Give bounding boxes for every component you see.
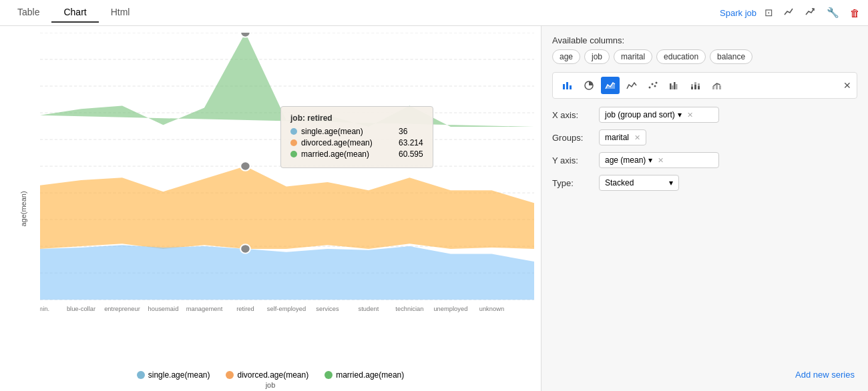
col-chip-age[interactable]: age xyxy=(552,49,580,64)
svg-point-47 xyxy=(654,85,656,87)
col-chip-job[interactable]: job xyxy=(584,49,610,64)
svg-rect-57 xyxy=(698,86,700,89)
svg-rect-51 xyxy=(674,82,676,89)
svg-rect-41 xyxy=(566,82,568,89)
col-chip-balance[interactable]: balance xyxy=(710,49,752,64)
svg-rect-58 xyxy=(698,83,700,86)
x-axis-label: job xyxy=(266,381,276,389)
chart-type-line[interactable] xyxy=(622,77,641,94)
tab-chart[interactable]: Chart xyxy=(51,3,98,23)
legend-divorced: divorced.age(mean) xyxy=(226,370,308,380)
svg-rect-53 xyxy=(691,87,693,89)
chart-type-stacked[interactable] xyxy=(686,77,705,94)
y-axis-value[interactable]: age (mean) ▾ ✕ xyxy=(599,152,719,168)
y-axis-dropdown-icon: ▾ xyxy=(648,155,652,165)
chart-type-grouped[interactable] xyxy=(665,77,684,94)
x-axis-value-text: job (group and sort) xyxy=(605,110,675,119)
main-area: age(mean) 159.81 143.83 127.85 111.87 95… xyxy=(0,26,868,391)
tab-html[interactable]: Html xyxy=(99,3,142,23)
svg-text:entrepreneur: entrepreneur xyxy=(104,306,140,313)
svg-text:blue-collar: blue-collar xyxy=(67,306,95,313)
available-columns-section: Available columns: age job marital educa… xyxy=(552,35,857,64)
chart-svg: 159.81 143.83 127.85 111.87 95.89 79.90 … xyxy=(40,33,534,325)
legend-dot-single xyxy=(137,371,145,379)
chart-type-selector: ✕ xyxy=(552,72,857,99)
chart-type-close-btn[interactable]: ✕ xyxy=(843,80,851,91)
svg-rect-50 xyxy=(672,85,674,89)
svg-marker-23 xyxy=(40,166,534,249)
svg-text:unknown: unknown xyxy=(479,306,504,313)
toolbar-right: Spark job ⊡ 🔧 🗑 xyxy=(720,5,863,21)
col-chip-education[interactable]: education xyxy=(656,49,706,64)
svg-point-48 xyxy=(656,82,658,84)
groups-row: Groups: marital ✕ xyxy=(552,129,857,145)
legend-single: single.age(mean) xyxy=(137,370,210,380)
add-series-row: Add new series xyxy=(552,362,857,382)
svg-rect-55 xyxy=(694,85,696,89)
groups-value[interactable]: marital ✕ xyxy=(599,129,646,145)
groups-label: Groups: xyxy=(552,133,592,143)
type-select-value: Stacked xyxy=(605,178,634,187)
svg-text:services: services xyxy=(316,306,339,313)
tab-table[interactable]: Table xyxy=(5,3,51,23)
svg-point-46 xyxy=(652,83,654,85)
delete-icon[interactable]: 🗑 xyxy=(847,6,863,20)
chart-type-area[interactable] xyxy=(601,77,620,94)
expand-icon[interactable]: ⊡ xyxy=(762,5,776,20)
settings-icon[interactable]: 🔧 xyxy=(824,5,842,20)
available-columns-label: Available columns: xyxy=(552,35,857,45)
groups-clear-btn[interactable]: ✕ xyxy=(634,133,640,142)
x-axis-dropdown-icon: ▾ xyxy=(678,110,682,119)
x-axis-row: X axis: job (group and sort) ▾ ✕ xyxy=(552,107,857,123)
svg-point-26 xyxy=(240,161,250,170)
svg-point-25 xyxy=(240,33,250,37)
type-row: Type: Stacked ▾ xyxy=(552,175,857,191)
chart-legend: single.age(mean) divorced.age(mean) marr… xyxy=(0,370,541,380)
svg-rect-60 xyxy=(716,84,718,89)
x-axis-value[interactable]: job (group and sort) ▾ ✕ xyxy=(599,107,719,123)
svg-text:management: management xyxy=(186,306,223,313)
svg-text:housemaid: housemaid xyxy=(148,306,179,313)
svg-rect-59 xyxy=(712,86,714,89)
legend-married: married.age(mean) xyxy=(324,370,404,380)
spark-job-link[interactable]: Spark job xyxy=(720,8,756,18)
svg-rect-52 xyxy=(676,84,678,89)
chart-area: age(mean) 159.81 143.83 127.85 111.87 95… xyxy=(0,26,541,391)
y-axis-row: Y axis: age (mean) ▾ ✕ xyxy=(552,152,857,168)
svg-text:student: student xyxy=(359,306,379,313)
legend-label-married: married.age(mean) xyxy=(336,370,404,380)
type-select-arrow: ▾ xyxy=(669,178,673,187)
chart-type-scatter[interactable] xyxy=(644,77,662,94)
col-chip-marital[interactable]: marital xyxy=(614,49,652,64)
svg-rect-40 xyxy=(563,84,565,89)
export-icon[interactable] xyxy=(803,5,819,21)
svg-rect-49 xyxy=(670,83,672,89)
svg-text:retired: retired xyxy=(236,306,254,313)
right-panel: Available columns: age job marital educa… xyxy=(541,26,868,391)
svg-text:technician: technician xyxy=(395,306,423,313)
chart-icon[interactable] xyxy=(781,5,797,21)
y-axis-label: age(mean) xyxy=(19,191,27,226)
x-axis-label: X axis: xyxy=(552,110,592,120)
legend-dot-divorced xyxy=(226,371,234,379)
top-bar: Table Chart Html Spark job ⊡ 🔧 🗑 xyxy=(0,0,868,26)
svg-text:self-employed: self-employed xyxy=(267,306,306,313)
svg-rect-61 xyxy=(719,85,721,89)
y-axis-config-label: Y axis: xyxy=(552,155,592,165)
x-axis-clear-btn[interactable]: ✕ xyxy=(687,111,693,119)
chart-type-bar[interactable] xyxy=(558,77,577,94)
y-axis-clear-btn[interactable]: ✕ xyxy=(658,156,664,165)
add-series-btn[interactable]: Add new series xyxy=(793,367,857,382)
chart-type-combo[interactable] xyxy=(708,77,726,94)
svg-marker-24 xyxy=(40,245,534,300)
svg-point-45 xyxy=(649,87,651,89)
legend-dot-married xyxy=(324,371,333,379)
columns-row: age job marital education balance xyxy=(552,49,857,64)
svg-point-27 xyxy=(240,244,250,253)
svg-text:unemployed: unemployed xyxy=(433,306,467,313)
svg-rect-42 xyxy=(570,85,572,89)
config-section: X axis: job (group and sort) ▾ ✕ Groups:… xyxy=(552,107,857,191)
svg-rect-56 xyxy=(694,82,696,85)
type-select[interactable]: Stacked ▾ xyxy=(599,175,679,191)
chart-type-pie[interactable] xyxy=(580,77,598,94)
